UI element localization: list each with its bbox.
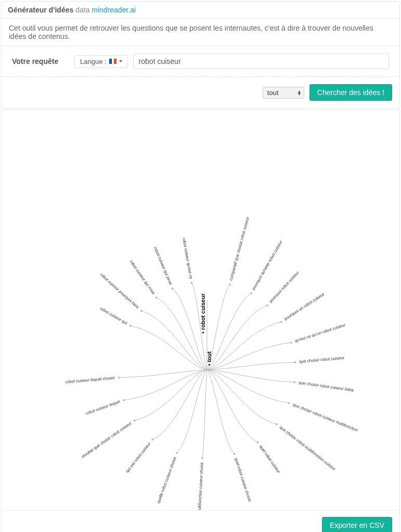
radial-chart: • robot cuiseurrobot cuiseur pourquoi fa… [2,110,399,510]
svg-text:quel robot cuiseur choisir: quel robot cuiseur choisir [234,457,252,503]
controls-panel: Générateur d'idées data mindreader.ai Ce… [1,1,400,109]
updown-icon: ▲▼ [297,90,302,96]
query-label: Votre requête [12,57,69,65]
filter-select-wrap: tout ▲▼ [263,87,304,99]
svg-text:robot cuiseur qui pese: robot cuiseur qui pese [153,246,173,286]
actions-row: tout ▲▼ Chercher des idées ! [2,77,399,108]
svg-text:pourquoi un robot cuiseur: pourquoi un robot cuiseur [283,291,326,321]
export-csv-button[interactable]: Exporter en CSV [322,517,392,532]
svg-point-44 [118,377,120,379]
header-link[interactable]: mindreader.ai [92,6,136,14]
caret-down-icon [119,60,122,62]
svg-point-4 [130,325,132,327]
header-sub: data [75,6,89,14]
radial-chart-svg: • robot cuiseurrobot cuiseur pourquoi fa… [2,110,400,510]
svg-text:resultat que choisir robot cui: resultat que choisir robot cuiseur [81,421,133,459]
svg-point-24 [293,381,295,383]
svg-text:quelle robot cuiseur choisir: quelle robot cuiseur choisir [156,456,177,504]
svg-point-22 [294,361,296,363]
svg-point-16 [266,304,268,307]
language-dropdown[interactable]: Langue : [74,55,128,68]
svg-point-2 [140,310,143,312]
footer-row: Exporter en CSV [2,510,399,532]
svg-point-32 [234,453,236,455]
svg-text:comparatif que choisir robot c: comparatif que choisir robot cuiseur [228,216,250,281]
svg-point-8 [172,288,174,290]
svg-point-18 [280,321,282,323]
header-title: Générateur d'idées [8,6,73,14]
svg-text:robot cuiseur qui mixe: robot cuiseur qui mixe [129,259,157,296]
svg-text:quel robot cuiseur: quel robot cuiseur [258,444,281,474]
svg-text:que choisir robot cuiseur: que choisir robot cuiseur [299,355,345,364]
svg-point-6 [155,297,157,299]
search-button[interactable]: Chercher des idées ! [309,84,392,101]
svg-text:robot cuiseur pourquoi faire: robot cuiseur pourquoi faire [99,272,140,310]
svg-point-34 [201,457,203,459]
svg-point-20 [290,341,292,343]
visualization-panel: • robot cuiseurrobot cuiseur pourquoi fa… [1,110,400,532]
svg-point-30 [257,441,259,443]
svg-text:robot multifonction cuiseur ch: robot multifonction cuiseur choisir [197,462,204,510]
svg-text:qui est robot cuiseur: qui est robot cuiseur [125,441,152,474]
svg-point-26 [288,402,290,404]
svg-point-40 [134,420,136,422]
svg-point-36 [176,452,178,454]
svg-text:qu'est ce qu'un robot cuiseur: qu'est ce qu'un robot cuiseur [294,323,346,343]
svg-text:que choisir robot cuiseur mult: que choisir robot cuiseur multifonction [292,402,358,433]
svg-point-10 [190,282,192,284]
panel-header: Générateur d'idées data mindreader.ai [2,2,399,19]
svg-text:• tout: • tout [206,351,212,366]
query-row: Votre requête Langue : [2,46,399,77]
svg-text:robot cuiseur qui: robot cuiseur qui [99,306,128,325]
language-label: Langue : [80,58,107,65]
svg-text:que choisir robot cuiseur bebe: que choisir robot cuiseur bebe [299,380,355,393]
svg-text:• robot cuiseur: • robot cuiseur [200,293,206,334]
flag-fr-icon [109,59,117,64]
svg-text:robot cuiseur lequel: robot cuiseur lequel [85,399,121,416]
query-input[interactable] [133,54,389,69]
description-text: Cet outil vous permet de retrouver les q… [2,19,399,46]
svg-point-28 [276,423,278,425]
svg-point-38 [151,438,153,441]
svg-text:robot cuiseur qu'est ce: robot cuiseur qu'est ce [182,237,193,280]
svg-point-12 [229,284,231,286]
svg-text:que choisir robot multifonctio: que choisir robot multifonction cuiseur [279,425,337,472]
svg-text:pourquoi robot cuiseur: pourquoi robot cuiseur [268,270,300,304]
svg-point-14 [250,292,252,295]
svg-text:pourquoi acheter robot cuiseur: pourquoi acheter robot cuiseur [251,240,283,291]
svg-point-42 [123,399,125,401]
svg-text:robot cuiseur lequel choisir: robot cuiseur lequel choisir [65,376,115,384]
